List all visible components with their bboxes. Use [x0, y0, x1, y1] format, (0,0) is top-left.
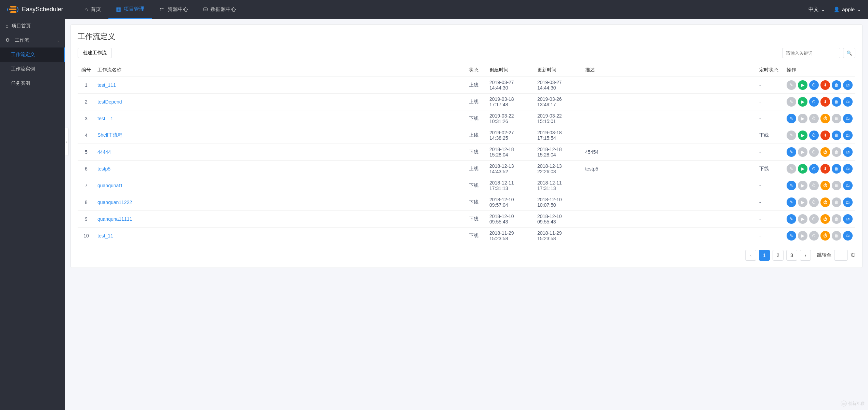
timing-button[interactable]: ⏱ — [809, 181, 819, 190]
workflow-name-link[interactable]: test_111 — [97, 82, 116, 88]
cell-create-time: 2019-03-22 10:31:26 — [487, 110, 535, 127]
delete-button[interactable]: 🗑 — [832, 80, 841, 90]
sidebar-project-home[interactable]: ⌂ 项目首页 — [0, 19, 65, 33]
tree-button[interactable]: 🗂 — [843, 214, 853, 224]
tree-button[interactable]: 🗂 — [843, 197, 853, 207]
timing-button[interactable]: ⏱ — [809, 131, 819, 140]
online-button[interactable]: ⏻ — [820, 181, 830, 190]
workflow-name-link[interactable]: 44444 — [97, 149, 111, 155]
workflow-name-link[interactable]: testDepend — [97, 99, 122, 105]
create-workflow-button[interactable]: 创建工作流 — [78, 48, 112, 58]
timing-button[interactable]: ⏱ — [809, 114, 819, 123]
run-button[interactable]: ▶ — [798, 97, 807, 107]
delete-button[interactable]: 🗑 — [832, 231, 841, 241]
cell-timing-status: - — [757, 177, 784, 194]
online-button[interactable]: ⏻ — [820, 114, 830, 123]
edit-button[interactable]: ✎ — [787, 181, 796, 190]
run-button[interactable]: ▶ — [798, 147, 807, 157]
nav-home[interactable]: ⌂ 首页 — [77, 0, 108, 19]
timing-button[interactable]: ⏱ — [809, 231, 819, 241]
tree-button[interactable]: 🗂 — [843, 114, 853, 123]
edit-button[interactable]: ✎ — [787, 80, 796, 90]
edit-button[interactable]: ✎ — [787, 114, 796, 123]
edit-button[interactable]: ✎ — [787, 147, 796, 157]
run-button[interactable]: ▶ — [798, 197, 807, 207]
run-button[interactable]: ▶ — [798, 164, 807, 174]
workflow-name-link[interactable]: quanqunat1 — [97, 183, 123, 188]
jump-page-input[interactable] — [834, 250, 848, 261]
nav-project[interactable]: ▦ 项目管理 — [108, 0, 152, 19]
tree-button[interactable]: 🗂 — [843, 131, 853, 140]
offline-button[interactable]: ⬇ — [820, 80, 830, 90]
search-button[interactable]: 🔍 — [843, 48, 855, 58]
edit-button[interactable]: ✎ — [787, 214, 796, 224]
timing-button[interactable]: ⏱ — [809, 80, 819, 90]
workflow-name-link[interactable]: Shell主流程 — [97, 132, 122, 138]
cell-update-time: 2018-12-10 09:55:43 — [535, 211, 582, 228]
workflow-name-link[interactable]: quanquna11111 — [97, 216, 132, 222]
workflow-name-link[interactable]: test_11 — [97, 233, 113, 238]
cell-timing-status: 下线 — [757, 127, 784, 144]
delete-button[interactable]: 🗑 — [832, 97, 841, 107]
page-number-button[interactable]: 1 — [759, 250, 770, 261]
timing-button[interactable]: ⏱ — [809, 147, 819, 157]
cell-desc: testp5 — [582, 161, 757, 177]
edit-button[interactable]: ✎ — [787, 97, 796, 107]
delete-button[interactable]: 🗑 — [832, 181, 841, 190]
run-button[interactable]: ▶ — [798, 131, 807, 140]
nav-datasource[interactable]: ⛁ 数据源中心 — [196, 0, 244, 19]
delete-button[interactable]: 🗑 — [832, 147, 841, 157]
edit-button[interactable]: ✎ — [787, 197, 796, 207]
sidebar-task-instance[interactable]: 任务实例 — [0, 76, 65, 91]
online-button[interactable]: ⏻ — [820, 214, 830, 224]
run-button[interactable]: ▶ — [798, 181, 807, 190]
tree-button[interactable]: 🗂 — [843, 164, 853, 174]
tree-button[interactable]: 🗂 — [843, 147, 853, 157]
sidebar-workflow-instance[interactable]: 工作流实例 — [0, 62, 65, 76]
run-button[interactable]: ▶ — [798, 114, 807, 123]
edit-button[interactable]: ✎ — [787, 231, 796, 241]
edit-button[interactable]: ✎ — [787, 131, 796, 140]
run-button[interactable]: ▶ — [798, 80, 807, 90]
user-menu[interactable]: 👤 apple ⌄ — [833, 6, 861, 13]
page-number-button[interactable]: 2 — [773, 250, 784, 261]
tree-button[interactable]: 🗂 — [843, 181, 853, 190]
offline-button[interactable]: ⬇ — [820, 97, 830, 107]
timing-button[interactable]: ⏱ — [809, 97, 819, 107]
sidebar-workflow-def[interactable]: 工作流定义 — [0, 47, 65, 62]
run-button[interactable]: ▶ — [798, 214, 807, 224]
delete-button[interactable]: 🗑 — [832, 214, 841, 224]
tree-button[interactable]: 🗂 — [843, 97, 853, 107]
offline-button[interactable]: ⬇ — [820, 164, 830, 174]
online-button[interactable]: ⏻ — [820, 197, 830, 207]
page-number-button[interactable]: 3 — [786, 250, 797, 261]
tree-button[interactable]: 🗂 — [843, 80, 853, 90]
online-button[interactable]: ⏻ — [820, 231, 830, 241]
tree-button[interactable]: 🗂 — [843, 231, 853, 241]
sidebar-workflow[interactable]: ⚙ 工作流 ⌄ — [0, 33, 65, 47]
delete-button[interactable]: 🗑 — [832, 131, 841, 140]
run-button-icon: ▶ — [801, 183, 804, 188]
table-row: 5 44444 下线 2018-12-18 15:28:04 2018-12-1… — [78, 144, 855, 161]
search-input[interactable] — [782, 48, 840, 58]
timing-button[interactable]: ⏱ — [809, 214, 819, 224]
online-button[interactable]: ⏻ — [820, 147, 830, 157]
workflow-name-link[interactable]: quanquan11222 — [97, 200, 132, 205]
offline-button[interactable]: ⬇ — [820, 131, 830, 140]
delete-button[interactable]: 🗑 — [832, 197, 841, 207]
edit-button[interactable]: ✎ — [787, 164, 796, 174]
nav-resource[interactable]: 🗀 资源中心 — [152, 0, 196, 19]
page-prev-button[interactable]: ‹ — [745, 250, 756, 261]
workflow-name-link[interactable]: testp5 — [97, 166, 110, 172]
run-button[interactable]: ▶ — [798, 231, 807, 241]
workflow-name-link[interactable]: test__1 — [97, 116, 113, 121]
timing-button[interactable]: ⏱ — [809, 197, 819, 207]
logo[interactable]: EasyScheduler — [7, 5, 63, 14]
sidebar-collapse-toggle[interactable]: ‹ — [65, 128, 68, 155]
table-row: 1 test_111 上线 2019-03-27 14:44:30 2019-0… — [78, 77, 855, 94]
language-selector[interactable]: 中文 ⌄ — [808, 6, 825, 13]
timing-button[interactable]: ⏱ — [809, 164, 819, 174]
delete-button[interactable]: 🗑 — [832, 114, 841, 123]
page-next-button[interactable]: › — [800, 250, 811, 261]
delete-button[interactable]: 🗑 — [832, 164, 841, 174]
